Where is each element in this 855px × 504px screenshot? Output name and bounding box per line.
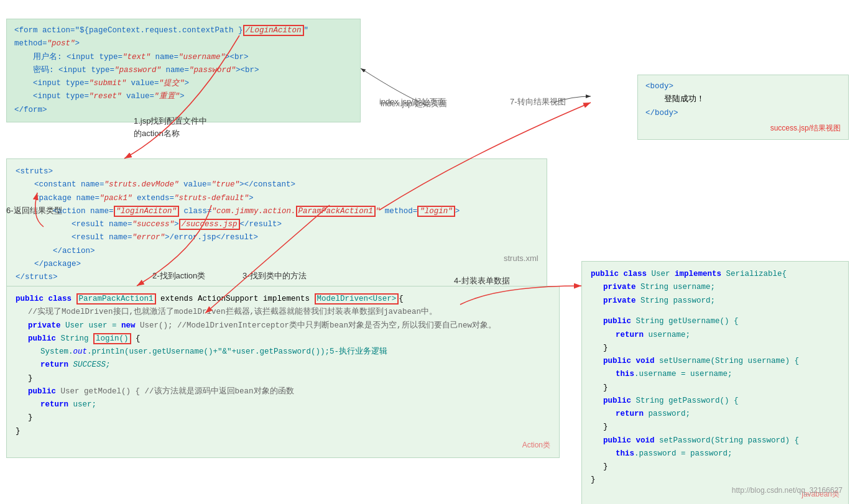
struts-line4: <action name="loginAciton" class="com.ji… xyxy=(53,205,538,218)
action-line3: private User user = new User(); //ModelD… xyxy=(28,319,550,332)
annotation-step7: 7-转向结果视图 xyxy=(510,96,566,108)
success-line2: 登陆成功！ xyxy=(664,93,841,106)
success-jsp-label: success.jsp/结果视图 xyxy=(645,122,841,134)
javabean-line1: public class User implements Serializabl… xyxy=(591,268,839,281)
annotation-step2: 2-找到action类 xyxy=(152,270,205,282)
action-line4: public String login() { xyxy=(28,332,550,346)
struts-line8: </package> xyxy=(34,258,538,271)
javabean-line11: return password; xyxy=(616,408,839,421)
annotation-struts-xml: struts.xml xyxy=(504,254,538,263)
annotation-step1: 1.jsp找到配置文件中 的action名称 xyxy=(134,115,207,139)
javabean-line10: public String getPassword() { xyxy=(603,395,839,408)
javabean-line8: this.username = username; xyxy=(616,368,839,381)
action-line10: } xyxy=(28,411,550,424)
javabean-line2: private String username; xyxy=(603,281,839,294)
struts-line2: <constant name="struts.devMode" value="t… xyxy=(34,178,538,191)
annotation-index-jsp: index.jsp/起始页面 xyxy=(381,98,447,109)
struts-line3: <package name="pack1" extends="struts-de… xyxy=(34,192,538,205)
javabean-line13: public void setPassword(String password)… xyxy=(603,434,839,447)
javabean-line3: private String password; xyxy=(603,295,839,308)
action-line9: return user; xyxy=(40,398,550,411)
index-jsp-line4: <input type="submit" value="提交"> xyxy=(33,77,353,90)
action-line7: } xyxy=(28,372,550,385)
index-jsp-line2: 用户名: <input type="text" name="username">… xyxy=(33,51,353,64)
action-line1: public class ParamPackAction1 extends Ac… xyxy=(16,293,550,306)
index-jsp-line3: 密码: <input type="password" name="passwor… xyxy=(33,64,353,77)
index-jsp-block: <form action="${pageContext.request.cont… xyxy=(6,19,361,122)
annotation-step6: 6-返回结果类型 xyxy=(6,205,62,216)
action-line6: return SUCCESS; xyxy=(40,359,550,372)
javabean-line5: return username; xyxy=(616,329,839,342)
watermark: http://blog.csdn.net/qq_32166627 xyxy=(732,486,843,495)
javabean-line7: public void setUsername(String username)… xyxy=(603,355,839,368)
action-line8: public User getModel() { //该方法就是源码中返回bea… xyxy=(28,385,550,398)
struts-line1: <struts> xyxy=(16,165,538,178)
success-jsp-block: <body> 登陆成功！ </body> success.jsp/结果视图 xyxy=(637,75,849,140)
index-jsp-line1: <form action="${pageContext.request.cont… xyxy=(14,24,353,51)
struts-line7: </action> xyxy=(53,245,538,258)
action-line5: System.out.println(user.getUsername()+"&… xyxy=(40,346,550,359)
action-class-label: Action类 xyxy=(16,439,550,451)
index-jsp-line5: <input type="reset" value="重置"> xyxy=(33,90,353,103)
javabean-line6: } xyxy=(603,342,839,355)
javabean-line9: } xyxy=(603,382,839,395)
annotation-step4: 4-封装表单数据 xyxy=(454,275,510,286)
action-line11: } xyxy=(16,425,550,438)
javabean-line12: } xyxy=(603,421,839,434)
success-line1: <body> xyxy=(645,80,841,93)
action-line2: //实现了ModelDriven接口,也就激活了modelDriven拦截器,该… xyxy=(28,306,550,319)
main-container: <form action="${pageContext.request.cont… xyxy=(0,0,855,504)
javabean-line14: this.password = password; xyxy=(616,447,839,460)
action-class-block: public class ParamPackAction1 extends Ac… xyxy=(6,286,560,458)
javabean-class-block: public class User implements Serializabl… xyxy=(581,261,849,504)
struts-line5: <result name="success">/success.jsp</res… xyxy=(72,218,538,231)
javabean-line16: } xyxy=(591,474,839,487)
annotation-step3: 3-找到类中的方法 xyxy=(243,270,307,282)
struts-line6: <result name="error">/error.jsp</result> xyxy=(72,231,538,244)
javabean-line15: } xyxy=(603,460,839,474)
success-line3: </body> xyxy=(645,107,841,120)
javabean-line4: public String getUsername() { xyxy=(603,315,839,328)
